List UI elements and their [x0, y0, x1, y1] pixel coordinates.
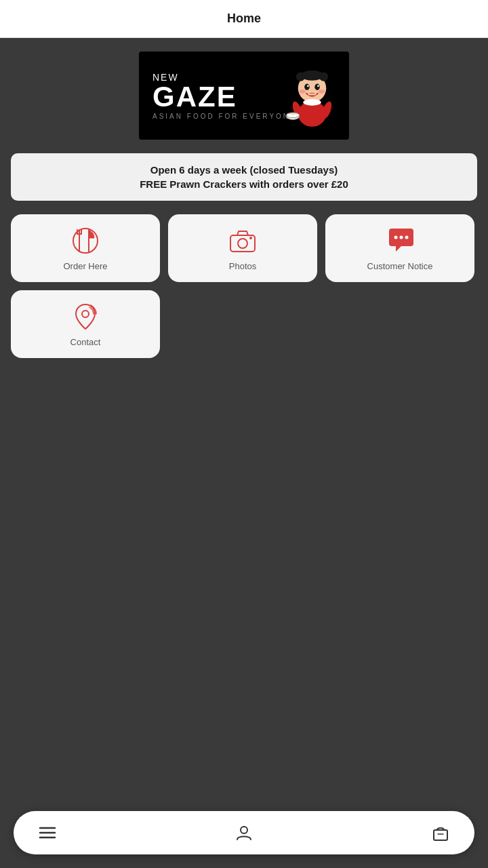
logo-text-gaze: GAZE	[152, 83, 237, 111]
svg-point-35	[241, 827, 247, 833]
svg-point-26	[238, 239, 247, 248]
customer-notice-card[interactable]: Customer Notice	[325, 214, 474, 282]
svg-point-3	[296, 72, 304, 81]
svg-point-6	[314, 83, 320, 90]
svg-point-30	[405, 235, 409, 239]
profile-nav-button[interactable]	[230, 819, 258, 846]
cutlery-icon	[70, 226, 100, 256]
svg-point-10	[318, 90, 324, 94]
photos-label: Photos	[229, 261, 256, 271]
svg-rect-36	[434, 830, 447, 840]
logo-tagline: ASIAN FOOD FOR EVERYONE	[152, 113, 297, 120]
svg-point-29	[400, 235, 403, 239]
svg-point-17	[303, 99, 321, 105]
notice-line1: Open 6 days a week (closed Tuesdays)	[24, 164, 464, 176]
customer-notice-label: Customer Notice	[367, 261, 433, 271]
svg-point-7	[306, 85, 308, 87]
order-here-label: Order Here	[63, 261, 107, 271]
order-here-card[interactable]: Order Here	[11, 214, 160, 282]
header: Home	[0, 0, 488, 38]
svg-point-8	[317, 85, 319, 87]
contact-label: Contact	[70, 337, 101, 347]
camera-icon	[228, 226, 258, 256]
restaurant-logo: NEW GAZE ASIAN FOOD FOR EVERYONE	[139, 52, 349, 140]
menu-icon	[38, 823, 57, 842]
cards-row-1: Order Here Photos	[11, 214, 477, 282]
cards-row-2: Contact	[11, 290, 477, 358]
svg-point-4	[319, 72, 327, 81]
contact-card[interactable]: Contact	[11, 290, 160, 358]
svg-point-27	[249, 237, 252, 239]
notice-banner: Open 6 days a week (closed Tuesdays) FRE…	[11, 153, 477, 201]
svg-point-28	[394, 235, 398, 239]
bottom-navigation	[14, 811, 474, 854]
page-title: Home	[227, 12, 261, 26]
main-content: NEW GAZE ASIAN FOOD FOR EVERYONE	[0, 38, 488, 868]
menu-nav-button[interactable]	[34, 819, 61, 846]
notice-line2: FREE Prawn Crackers with orders over £20	[24, 178, 464, 190]
profile-icon	[235, 823, 253, 842]
logo-character	[281, 62, 342, 130]
chat-icon	[385, 226, 415, 256]
character-illustration	[283, 64, 341, 128]
bag-nav-button[interactable]	[427, 819, 454, 846]
svg-point-5	[304, 83, 310, 90]
svg-point-9	[299, 90, 305, 94]
svg-point-31	[82, 311, 89, 317]
photos-card[interactable]: Photos	[168, 214, 317, 282]
svg-rect-12	[308, 93, 315, 95]
bag-icon	[431, 823, 450, 842]
svg-point-24	[73, 229, 98, 253]
location-icon	[70, 302, 100, 332]
